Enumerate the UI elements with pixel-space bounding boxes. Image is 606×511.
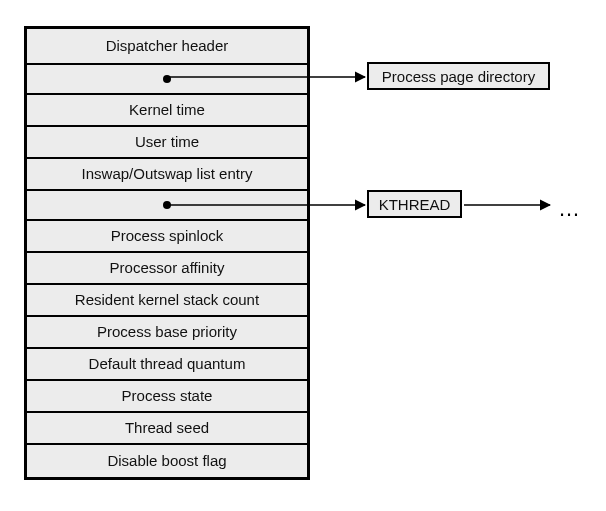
kthread-box: KTHREAD [367, 190, 462, 218]
field-label: Process spinlock [111, 227, 224, 245]
diagram-canvas: Dispatcher header Kernel time User time … [0, 0, 606, 511]
ellipsis-icon: … [558, 196, 583, 222]
field-kthread-pointer [27, 191, 307, 221]
field-label: User time [135, 133, 199, 151]
field-process-spinlock: Process spinlock [27, 221, 307, 253]
pointer-dot-icon [163, 201, 171, 209]
field-label: Dispatcher header [106, 37, 229, 55]
process-page-directory-box: Process page directory [367, 62, 550, 90]
external-label: Process page directory [382, 68, 535, 85]
field-disable-boost: Disable boost flag [27, 445, 307, 477]
field-base-priority: Process base priority [27, 317, 307, 349]
field-label: Thread seed [125, 419, 209, 437]
pointer-dot-icon [163, 75, 171, 83]
external-label: KTHREAD [379, 196, 451, 213]
field-swap-list-entry: Inswap/Outswap list entry [27, 159, 307, 191]
field-label: Inswap/Outswap list entry [82, 165, 253, 183]
field-kernel-time: Kernel time [27, 95, 307, 127]
field-thread-quantum: Default thread quantum [27, 349, 307, 381]
kprocess-block: Dispatcher header Kernel time User time … [24, 26, 310, 480]
field-user-time: User time [27, 127, 307, 159]
field-label: Processor affinity [110, 259, 225, 277]
field-label: Kernel time [129, 101, 205, 119]
field-processor-affinity: Processor affinity [27, 253, 307, 285]
field-dispatcher-header: Dispatcher header [27, 29, 307, 65]
field-page-directory-pointer [27, 65, 307, 95]
field-label: Resident kernel stack count [75, 291, 259, 309]
field-label: Default thread quantum [89, 355, 246, 373]
field-label: Process state [122, 387, 213, 405]
field-label: Disable boost flag [107, 452, 226, 470]
field-thread-seed: Thread seed [27, 413, 307, 445]
field-label: Process base priority [97, 323, 237, 341]
field-resident-stack-count: Resident kernel stack count [27, 285, 307, 317]
field-process-state: Process state [27, 381, 307, 413]
